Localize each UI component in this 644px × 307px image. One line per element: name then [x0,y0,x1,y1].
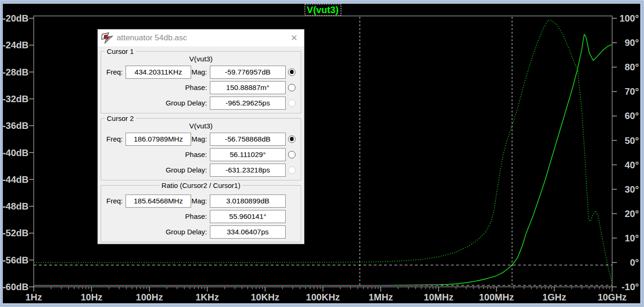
ltspice-logo-icon [101,32,113,44]
ltspice-window: { "window": { "frame_color": "#b6c8df", … [0,0,644,307]
y-right-tick-label: 60° [625,111,639,121]
dialog-close-button[interactable]: ✕ [284,30,304,46]
y-left-tick-label: -24dB [2,40,29,50]
cursor1-group-delay-radio [288,99,296,107]
cursor-dialog: attenuator 54db.asc ✕ Cursor 1 V(vut3) F… [97,29,304,244]
y-left-tick-label: -40dB [2,148,29,158]
cursor2-group-delay-field[interactable] [210,164,286,177]
cursor1-freq-label: Freq: [104,68,126,76]
cursor1-phase-radio[interactable] [288,84,296,91]
cursor2-freq-field[interactable] [126,133,191,146]
cursor1-freq-field[interactable] [126,66,191,79]
cursor2-phase-field[interactable] [210,148,286,161]
cursor2-group-delay-label: Group Delay: [104,166,210,174]
x-tick-label: 10Hz [81,292,103,302]
ratio-group-delay-field[interactable] [210,225,286,239]
cursor2-phase-label: Phase: [104,150,210,158]
y-right-tick-label: 70° [625,86,639,97]
cursor2-heading: Cursor 2 [105,114,136,122]
y-right-tick-label: 80° [625,62,639,72]
cursor1-mag-label: Mag: [191,68,210,76]
dialog-title: attenuator 54db.asc [117,33,284,43]
y-right-tick-label: 20° [625,209,639,219]
ratio-mag-field[interactable] [210,195,286,208]
x-tick-label: 10MHz [424,292,453,302]
cursor2-mag-radio[interactable] [288,135,296,143]
y-left-tick-label: -52dB [2,228,29,238]
cursor1-phase-field[interactable] [210,81,286,94]
cursor2-mag-field[interactable] [210,133,286,146]
cursor1-mag-field[interactable] [210,66,286,79]
y-right-tick-label: 30° [625,184,639,195]
ratio-freq-label: Freq: [104,197,126,205]
cursor2-freq-label: Freq: [104,135,126,143]
y-left-tick-label: -28dB [2,67,29,77]
cursor2-group-delay-radio [288,166,296,174]
x-tick-label: 1Hz [25,292,42,302]
y-left-tick-label: -56dB [2,255,29,265]
x-tick-label: 100MHz [479,292,514,302]
ratio-freq-field[interactable] [126,195,191,208]
y-right-tick-label: 0° [630,257,639,268]
ratio-group-delay-label: Group Delay: [104,228,210,236]
cursor1-mag-radio[interactable] [288,68,296,76]
cursor2-group: Cursor 2 V(vut3) Freq: Mag: Phase: Group… [101,118,301,180]
y-right-tick-label: 100° [620,13,639,23]
x-tick-label: 1KHz [195,292,219,302]
x-tick-label: 1GHz [542,292,566,302]
y-left-tick-label: -44dB [2,174,29,185]
ratio-group: Ratio (Cursor2 / Cursor1) Freq: Mag: Pha… [101,185,301,242]
cursor2-mag-label: Mag: [191,135,210,143]
ratio-phase-label: Phase: [104,212,210,220]
cursor1-group-delay-label: Group Delay: [104,99,210,107]
x-tick-label: 1MHz [369,292,393,302]
x-tick-label: 10GHz [598,292,627,302]
dialog-body: Cursor 1 V(vut3) Freq: Mag: Phase: Group… [98,51,304,242]
y-left-tick-label: -48dB [2,201,29,211]
y-right-tick-label: -10° [622,282,639,292]
x-tick-label: 100Hz [136,292,163,302]
y-right-tick-label: 40° [625,160,639,170]
ratio-heading: Ratio (Cursor2 / Cursor1) [160,181,242,189]
dialog-titlebar[interactable]: attenuator 54db.asc ✕ [98,30,304,46]
cursor1-group-delay-field[interactable] [210,97,286,110]
cursor2-phase-radio[interactable] [288,151,296,158]
waveform-plot[interactable]: -20dB-24dB-28dB-32dB-36dB-40dB-44dB-48dB… [0,0,644,307]
ratio-phase-field[interactable] [210,210,286,223]
y-right-tick-label: 50° [625,135,639,146]
ratio-mag-label: Mag: [191,197,210,205]
cursor1-phase-label: Phase: [104,83,210,91]
y-left-tick-label: -20dB [2,13,29,23]
y-right-tick-label: 10° [625,233,639,243]
y-left-tick-label: -36dB [2,120,29,131]
y-left-tick-label: -60dB [2,282,29,292]
cursor1-heading: Cursor 1 [105,47,136,55]
y-left-tick-label: -32dB [2,94,29,104]
x-tick-label: 10KHz [251,292,279,302]
y-right-tick-label: 90° [625,37,639,48]
x-tick-label: 100KHz [306,292,340,302]
cursor1-group: Cursor 1 V(vut3) Freq: Mag: Phase: Group… [101,51,301,113]
plot-title[interactable]: V(vut3) [307,5,339,15]
